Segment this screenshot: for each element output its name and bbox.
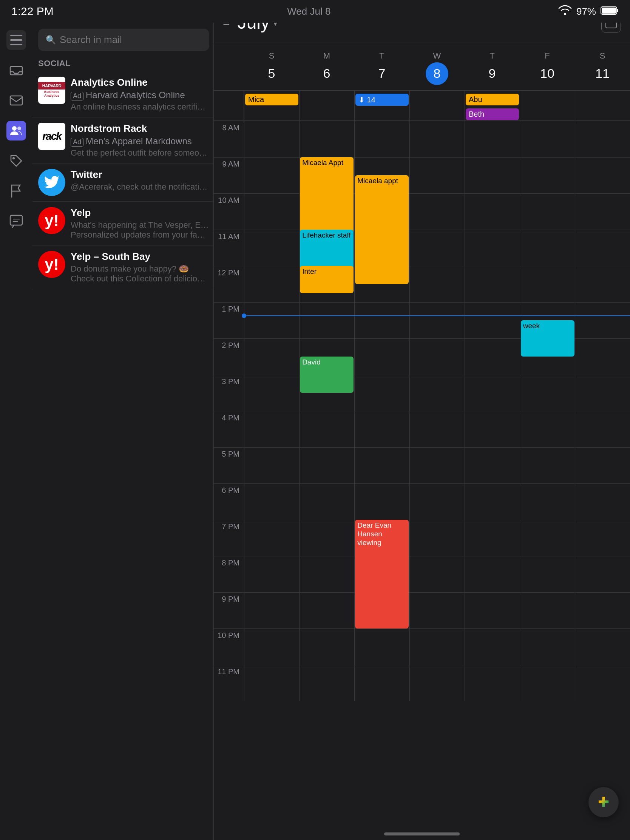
grid-cell-1-4[interactable] [464,157,520,193]
grid-cell-6-4[interactable] [464,338,520,375]
grid-cell-15-3[interactable] [409,665,464,701]
grid-cell-15-6[interactable] [575,665,630,701]
grid-cell-12-3[interactable] [409,556,464,592]
calendar-event-david[interactable]: David [300,357,354,393]
mail-item-nordstrom[interactable]: rack Nordstrom RackAdMen's Apparel Markd… [32,117,215,164]
grid-cell-11-5[interactable] [520,520,575,556]
grid-cell-10-0[interactable] [244,483,299,520]
grid-cell-5-2[interactable] [354,302,409,338]
grid-cell-13-1[interactable] [299,592,354,628]
calendar-event-week[interactable]: week [521,320,575,357]
grid-cell-9-1[interactable] [299,447,354,483]
grid-cell-2-3[interactable] [409,193,464,230]
day-num[interactable]: 5 [260,62,283,85]
grid-cell-2-6[interactable] [575,193,630,230]
grid-cell-7-4[interactable] [464,375,520,411]
allday-event[interactable]: Beth [466,108,519,120]
grid-cell-8-4[interactable] [464,411,520,447]
grid-cell-0-2[interactable] [354,121,409,157]
grid-cell-11-1[interactable] [299,520,354,556]
grid-cell-12-5[interactable] [520,556,575,592]
sidebar-people-icon[interactable] [6,121,26,141]
grid-cell-2-5[interactable] [520,193,575,230]
grid-cell-1-6[interactable] [575,157,630,193]
grid-cell-9-2[interactable] [354,447,409,483]
sidebar-flag-icon[interactable] [6,181,26,201]
grid-cell-1-0[interactable] [244,157,299,193]
grid-cell-3-0[interactable] [244,230,299,266]
grid-cell-9-4[interactable] [464,447,520,483]
calendar-body[interactable]: 8 AM9 AM10 AM11 AM12 PM1 PM2 PM3 PM4 PM5… [214,121,630,840]
grid-cell-4-4[interactable] [464,266,520,302]
grid-cell-11-3[interactable] [409,520,464,556]
grid-cell-6-2[interactable] [354,338,409,375]
grid-cell-6-6[interactable] [575,338,630,375]
grid-cell-14-4[interactable] [464,628,520,665]
sidebar-inbox-icon[interactable] [6,60,26,80]
grid-cell-10-6[interactable] [575,483,630,520]
grid-cell-0-6[interactable] [575,121,630,157]
grid-cell-10-5[interactable] [520,483,575,520]
grid-cell-15-2[interactable] [354,665,409,701]
grid-cell-10-3[interactable] [409,483,464,520]
grid-cell-7-0[interactable] [244,375,299,411]
allday-event[interactable]: Mica [245,94,298,105]
grid-cell-13-6[interactable] [575,592,630,628]
grid-cell-6-3[interactable] [409,338,464,375]
grid-cell-9-5[interactable] [520,447,575,483]
mail-item-twitter[interactable]: Twitter@Acererak, check out the notifica… [32,164,215,202]
allday-event[interactable]: ⬇ 14 [355,94,409,106]
grid-cell-10-2[interactable] [354,483,409,520]
grid-cell-14-1[interactable] [299,628,354,665]
grid-cell-1-5[interactable] [520,157,575,193]
grid-cell-0-3[interactable] [409,121,464,157]
grid-cell-3-6[interactable] [575,230,630,266]
grid-cell-15-1[interactable] [299,665,354,701]
grid-cell-15-4[interactable] [464,665,520,701]
day-num[interactable]: 11 [591,62,614,85]
sidebar-mail-icon[interactable] [6,91,26,110]
grid-cell-13-4[interactable] [464,592,520,628]
grid-cell-0-1[interactable] [299,121,354,157]
grid-cell-9-6[interactable] [575,447,630,483]
grid-cell-7-6[interactable] [575,375,630,411]
grid-cell-7-3[interactable] [409,375,464,411]
sidebar-tag-icon[interactable] [6,151,26,171]
grid-cell-8-3[interactable] [409,411,464,447]
add-event-button[interactable]: ✚ [589,787,619,817]
grid-cell-14-2[interactable] [354,628,409,665]
grid-cell-8-0[interactable] [244,411,299,447]
grid-cell-9-0[interactable] [244,447,299,483]
search-bar[interactable]: 🔍 [38,29,209,51]
grid-cell-5-4[interactable] [464,302,520,338]
grid-cell-6-0[interactable] [244,338,299,375]
grid-cell-12-1[interactable] [299,556,354,592]
grid-cell-14-6[interactable] [575,628,630,665]
grid-cell-3-4[interactable] [464,230,520,266]
grid-cell-4-5[interactable] [520,266,575,302]
grid-cell-15-5[interactable] [520,665,575,701]
day-num[interactable]: 6 [315,62,338,85]
allday-event[interactable]: Abu [466,94,519,105]
grid-cell-7-2[interactable] [354,375,409,411]
grid-cell-15-0[interactable] [244,665,299,701]
grid-cell-14-5[interactable] [520,628,575,665]
calendar-event-dear-evan[interactable]: Dear Evan Hansen viewing [355,520,409,628]
grid-cell-12-4[interactable] [464,556,520,592]
day-num[interactable]: 8 [426,62,448,85]
grid-cell-14-0[interactable] [244,628,299,665]
grid-cell-8-5[interactable] [520,411,575,447]
grid-cell-8-6[interactable] [575,411,630,447]
grid-cell-10-4[interactable] [464,483,520,520]
calendar-event-inter[interactable]: Inter [300,266,354,293]
grid-cell-2-0[interactable] [244,193,299,230]
grid-cell-5-6[interactable] [575,302,630,338]
mail-item-yelp[interactable]: y! YelpWhat's happening at The Vesper, E… [32,202,215,245]
search-input[interactable] [60,34,202,46]
grid-cell-0-0[interactable] [244,121,299,157]
grid-cell-3-3[interactable] [409,230,464,266]
grid-cell-5-3[interactable] [409,302,464,338]
grid-cell-11-0[interactable] [244,520,299,556]
grid-cell-4-3[interactable] [409,266,464,302]
grid-cell-7-5[interactable] [520,375,575,411]
